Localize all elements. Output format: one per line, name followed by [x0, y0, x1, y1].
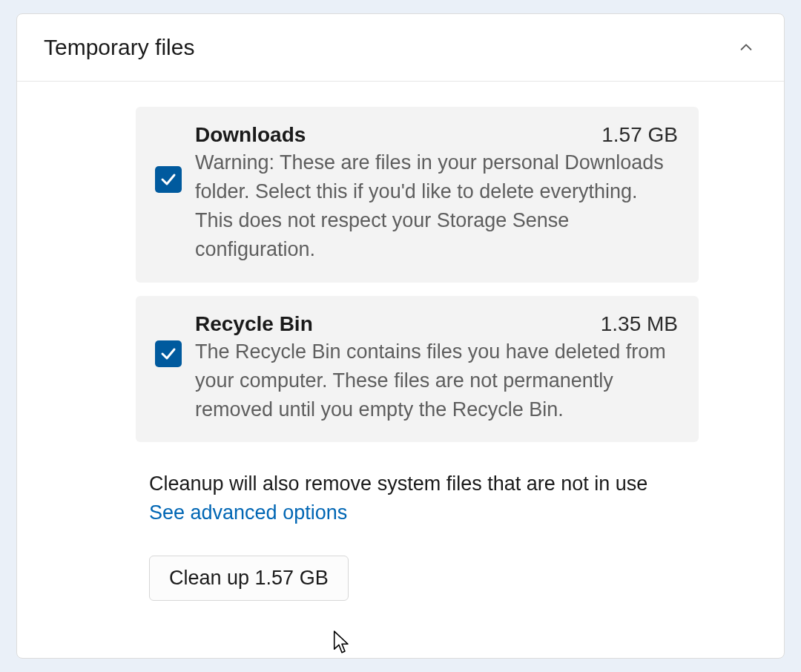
temporary-files-panel: Temporary files Downloads 1.57 GB Warnin…	[16, 13, 785, 659]
item-title: Downloads	[195, 123, 306, 147]
item-title: Recycle Bin	[195, 312, 313, 336]
cleanup-button[interactable]: Clean up 1.57 GB	[149, 556, 349, 601]
item-size: 1.35 MB	[601, 312, 678, 336]
panel-header[interactable]: Temporary files	[17, 14, 784, 82]
item-description: The Recycle Bin contains files you have …	[195, 337, 678, 424]
panel-title: Temporary files	[44, 35, 194, 60]
panel-body: Downloads 1.57 GB Warning: These are fil…	[17, 82, 784, 601]
item-size: 1.57 GB	[601, 123, 678, 147]
item-description: Warning: These are files in your persona…	[195, 148, 678, 265]
cleanup-item-downloads: Downloads 1.57 GB Warning: These are fil…	[136, 107, 699, 283]
checkbox-downloads[interactable]	[155, 166, 182, 193]
chevron-up-icon[interactable]	[738, 39, 754, 56]
cleanup-item-recycle-bin: Recycle Bin 1.35 MB The Recycle Bin cont…	[136, 296, 699, 442]
checkbox-recycle-bin[interactable]	[155, 340, 182, 367]
advanced-options-link[interactable]: See advanced options	[136, 501, 699, 524]
cleanup-note: Cleanup will also remove system files th…	[136, 469, 699, 499]
